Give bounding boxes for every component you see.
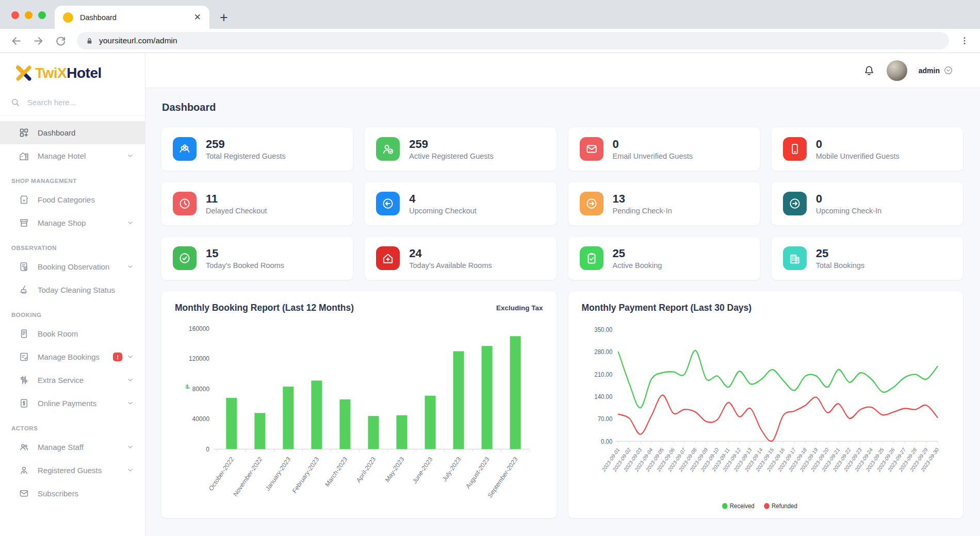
stat-value: 0	[816, 192, 881, 205]
stat-label: Delayed Checkout	[206, 207, 267, 215]
svg-text:November-2022: November-2022	[232, 456, 264, 498]
booking-bar-chart: 04000080000120000160000₱October-2022Nove…	[175, 317, 543, 514]
logo-x-icon	[14, 64, 33, 82]
svg-text:160000: 160000	[189, 324, 209, 332]
clipboard-check-icon	[580, 246, 603, 270]
reload-icon[interactable]	[55, 35, 67, 47]
sidebar: TwiXHotel DashboardManage HotelSHOP MANA…	[0, 53, 145, 536]
sidebar-item-today-cleaning-status[interactable]: Today Cleaning Status	[0, 278, 145, 301]
sidebar-item-manage-shop[interactable]: Manage Shop	[0, 211, 145, 234]
user-menu[interactable]: admin	[919, 65, 953, 75]
stat-label: Upcoming Checkout	[409, 207, 477, 215]
stat-label: Pending Check-In	[613, 207, 672, 215]
top-header: admin	[145, 53, 980, 88]
arrow-left-circle-icon	[376, 192, 400, 215]
users-icon	[173, 137, 197, 161]
search-icon	[10, 97, 20, 107]
sidebar-item-book-room[interactable]: Book Room	[0, 322, 145, 345]
user-avatar[interactable]	[887, 60, 907, 81]
sidebar-item-food-categories[interactable]: Food Categories	[0, 188, 145, 211]
stat-card-delayed-checkout: 11Delayed Checkout	[161, 181, 353, 226]
svg-text:280.00: 280.00	[594, 348, 612, 356]
url-text: yoursiteurl.com/admin	[99, 36, 177, 45]
sidebar-item-label: Manage Hotel	[38, 152, 86, 160]
envelope-icon	[580, 137, 603, 161]
clock-icon	[173, 192, 197, 215]
address-bar[interactable]: yoursiteurl.com/admin	[77, 32, 949, 49]
search-input[interactable]	[26, 97, 135, 107]
sidebar-item-label: Online Payments	[38, 399, 96, 408]
svg-text:140.00: 140.00	[594, 393, 612, 400]
sidebar-item-dashboard[interactable]: Dashboard	[0, 121, 145, 144]
svg-text:May-2023: May-2023	[384, 456, 405, 484]
staff-icon	[19, 442, 29, 453]
stat-value: 259	[409, 138, 494, 150]
stat-value: 25	[613, 247, 662, 260]
stat-card-pending-check-in: 13Pending Check-In	[568, 181, 760, 226]
notifications-bell-icon[interactable]	[863, 64, 875, 77]
sidebar-item-booking-observation[interactable]: Booking Observation	[0, 255, 145, 278]
sidebar-item-subscribers[interactable]: Subscribers	[0, 482, 145, 505]
maximize-window-button[interactable]	[38, 11, 46, 19]
home-plus-icon	[376, 246, 400, 270]
doc-info-icon	[19, 261, 29, 272]
chevron-down-icon	[127, 400, 134, 407]
new-tab-button[interactable]: +	[220, 12, 228, 23]
sidebar-nav: DashboardManage HotelSHOP MANAGEMENTFood…	[0, 116, 145, 505]
payment-report-card: Monthly Payment Report (Last 30 Days) 0.…	[568, 291, 964, 518]
browser-menu-icon[interactable]	[959, 36, 970, 46]
lock-icon	[85, 37, 94, 45]
signpost-icon	[19, 375, 29, 386]
grid-icon	[19, 127, 29, 138]
sidebar-item-extra-service[interactable]: Extra Service	[0, 368, 145, 392]
logo-text-main: Hotel	[67, 65, 102, 81]
sidebar-section-actors: ACTORS	[0, 415, 145, 435]
stat-card-active-registered-guests: 259Active Registered Guests	[364, 127, 557, 171]
sidebar-item-manage-hotel[interactable]: Manage Hotel	[0, 144, 145, 167]
stat-label: Total Registered Guests	[206, 152, 286, 160]
browser-tab[interactable]: Dashboard ✕	[55, 6, 209, 29]
chevron-down-icon	[127, 263, 134, 270]
svg-text:120000: 120000	[189, 355, 209, 363]
minimize-window-button[interactable]	[25, 11, 32, 19]
sidebar-item-manage-staff[interactable]: Manage Staff	[0, 435, 145, 459]
page-title: Dashboard	[162, 102, 963, 113]
chevron-down-icon	[127, 153, 134, 159]
building-icon	[783, 246, 807, 270]
tab-close-icon[interactable]: ✕	[194, 12, 201, 23]
sidebar-item-online-payments[interactable]: Online Payments	[0, 392, 145, 415]
stat-value: 13	[613, 192, 672, 205]
guests-icon	[19, 465, 29, 476]
svg-text:Refunded: Refunded	[772, 502, 797, 510]
forward-icon[interactable]	[32, 35, 44, 47]
app-logo[interactable]: TwiXHotel	[0, 53, 145, 88]
booking-chart-note: Excluding Tax	[496, 304, 543, 312]
back-icon[interactable]	[10, 35, 22, 47]
chevron-down-icon	[127, 377, 134, 383]
chevron-down-icon	[127, 220, 134, 226]
stat-label: Email Unverified Guests	[613, 152, 693, 160]
stat-cards-grid: 259Total Registered Guests259Active Regi…	[161, 127, 963, 280]
sidebar-item-label: Dashboard	[38, 128, 75, 137]
svg-text:April-2023: April-2023	[355, 456, 377, 484]
stat-value: 259	[206, 138, 286, 150]
sidebar-item-registered-guests[interactable]: Registered Guests	[0, 459, 145, 482]
close-window-button[interactable]	[11, 11, 19, 19]
stat-value: 24	[409, 247, 492, 260]
svg-text:0.00: 0.00	[601, 438, 613, 445]
chevron-down-icon	[127, 467, 134, 474]
sidebar-item-manage-bookings[interactable]: Manage Bookings!	[0, 345, 145, 368]
sidebar-item-label: Manage Shop	[38, 219, 86, 227]
sidebar-item-label: Extra Service	[38, 376, 84, 384]
sidebar-section-observation: OBSERVATION	[0, 234, 145, 255]
stat-card-total-registered-guests: 259Total Registered Guests	[161, 127, 353, 171]
stat-card-email-unverified-guests: 0Email Unverified Guests	[568, 127, 760, 171]
svg-text:September-2023: September-2023	[486, 456, 519, 499]
sidebar-item-label: Book Room	[38, 329, 78, 338]
svg-text:210.00: 210.00	[594, 371, 612, 378]
charts-row: Monthly Booking Report (Last 12 Months) …	[161, 291, 963, 518]
svg-text:August-2023: August-2023	[465, 456, 491, 490]
svg-text:March-2023: March-2023	[324, 456, 349, 489]
alert-badge: !	[113, 353, 122, 361]
browser-tab-strip: Dashboard ✕ +	[0, 0, 980, 29]
